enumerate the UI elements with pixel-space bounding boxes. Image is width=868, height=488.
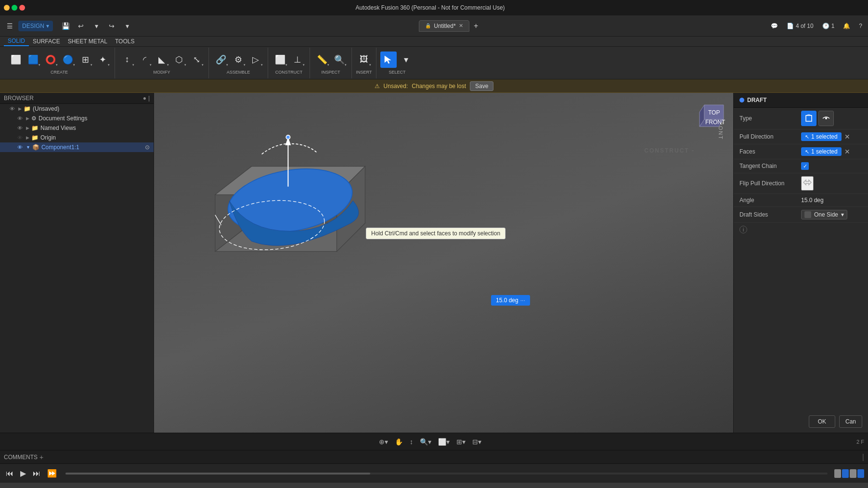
notification-button[interactable]: 🔔 [840,21,853,31]
timeline-track[interactable] [65,473,828,475]
draft-sides-chevron: ▾ [841,211,844,218]
orbit-button[interactable]: ✋ [392,437,405,447]
browser-item-doc-settings[interactable]: 👁 ▶ ⚙ Document Settings [0,114,154,123]
visibility-icon-origin[interactable]: 👁 [17,135,24,141]
section-analysis-button[interactable]: 🔍 [331,51,348,68]
expand-icon-doc: ▶ [26,116,29,121]
insert-image-button[interactable]: 🖼 [356,51,372,68]
add-comment-button[interactable]: + [39,453,43,461]
type-btn-face[interactable] [801,111,816,126]
visibility-icon-doc[interactable]: 👁 [17,116,24,121]
tab-tools[interactable]: TOOLS [111,37,138,46]
browser-item-component[interactable]: 👁 ▼ 📦 Component1:1 ⊙ [0,142,154,152]
undo-button[interactable]: ↩ [74,19,88,33]
browser-item-label-nv: Named Views [40,125,76,131]
revolve-button[interactable]: ⭕ [42,51,59,68]
display-settings-button[interactable]: ⬜▾ [436,437,452,447]
select-dropdown-button[interactable]: ▾ [398,51,414,68]
more-button[interactable]: ⊟▾ [470,437,484,447]
zoom-button[interactable]: 🔍▾ [417,437,434,447]
faces-cursor-icon: ↖ [805,149,809,155]
scale-button[interactable]: ⤡ [188,51,205,68]
extrude-button[interactable]: 🟦 [25,51,41,68]
app-menu-button[interactable]: ☰ [3,19,16,33]
help-button[interactable]: ? [856,21,865,31]
draft-sides-dropdown[interactable]: One Side ▾ [801,210,847,219]
clock-button[interactable]: 🕐 1 [819,21,838,31]
select-button[interactable] [380,51,397,68]
draft-sides-text: One Side [814,211,838,218]
toolbar-group-select: ▾ SELECT [376,48,418,78]
pull-direction-clear-button[interactable]: ✕ [843,133,851,141]
visibility-icon-nv[interactable]: 👁 [17,125,24,131]
view-cube[interactable]: TOP FRONT [690,98,728,136]
expand-icon: ▶ [18,106,22,111]
new-tab-button[interactable]: + [469,19,483,33]
window-controls[interactable] [4,5,25,11]
close-button[interactable] [19,5,25,11]
angle-more-options[interactable]: ··· [520,297,525,304]
visibility-icon[interactable]: 👁 [10,106,16,112]
browser-item-named-views[interactable]: 👁 ▶ 📁 Named Views [0,123,154,133]
fillet-button[interactable]: ◜ [136,51,153,68]
playback-fast-forward[interactable]: ⏩ [45,468,59,479]
snap-button[interactable]: ⊕▾ [376,437,390,447]
new-component-button[interactable]: ⬜ [8,51,24,68]
marker-4[interactable] [857,469,864,478]
browser-item-origin[interactable]: 👁 ▶ 📁 Origin [0,133,154,142]
faces-badge[interactable]: ↖ 1 selected [801,147,842,156]
tab-solid[interactable]: SOLID [4,37,29,46]
flip-direction-button[interactable] [801,176,814,191]
marker-2[interactable] [842,469,849,478]
pan-button[interactable]: ↕ [407,437,415,447]
playback-play[interactable]: ▶ [18,468,28,479]
redo-button[interactable]: ↪ [105,19,118,33]
construct-axis-button[interactable]: ⊥ [289,51,306,68]
feedback-button[interactable]: 💬 [768,21,781,31]
maximize-button[interactable] [12,5,17,11]
browser-item-label-doc: Document Settings [39,115,87,122]
joint-button[interactable]: 🔗 [213,51,229,68]
construct-plane-button[interactable]: ⬜ [272,51,288,68]
ok-button[interactable]: OK [809,415,835,428]
tangent-chain-checkbox[interactable]: ✓ [801,162,809,170]
browser-expand-button[interactable]: | [148,95,150,102]
page-count[interactable]: 📄 4 of 10 [784,21,816,31]
save-button[interactable]: 💾 [59,19,72,33]
grid-button[interactable]: ⊞▾ [454,437,468,447]
mirror-button[interactable]: ✦ [94,51,111,68]
unsaved-message: Unsaved: [384,83,408,90]
hole-button[interactable]: 🔵 [60,51,76,68]
angle-input-overlay[interactable]: 15.0 deg ··· [491,295,530,306]
pull-direction-cursor-icon: ↖ [805,134,809,140]
shell-button[interactable]: ⬡ [171,51,187,68]
browser-item-unsaved[interactable]: 👁 ▶ 📁 (Unsaved) [0,104,154,114]
marker-1[interactable] [834,469,841,478]
playback-to-start[interactable]: ⏮ [4,468,15,479]
pattern-button[interactable]: ⊞ [77,51,93,68]
undo-dropdown[interactable]: ▾ [90,19,103,33]
file-tab-untitled[interactable]: 🔒 Untitled* ✕ [419,20,469,32]
marker-3[interactable] [850,469,856,478]
chamfer-button[interactable]: ◣ [154,51,170,68]
minimize-button[interactable] [4,5,10,11]
pull-direction-badge[interactable]: ↖ 1 selected [801,132,842,141]
redo-dropdown[interactable]: ▾ [120,19,134,33]
visibility-icon-comp[interactable]: 👁 [17,144,24,150]
viewport[interactable]: CONSTRUCT - FRONT TOP FRONT Hold Ctrl/Cm… [154,93,733,433]
cancel-button[interactable]: Can [839,415,862,428]
tab-close-icon[interactable]: ✕ [459,23,463,29]
save-button-bar[interactable]: Save [470,81,493,91]
tab-sheet-metal[interactable]: SHEET METAL [64,37,111,46]
type-btn-edge[interactable] [818,111,834,126]
measure-button[interactable]: 📏 [314,51,330,68]
draft-type-row: Type [734,108,868,129]
as-built-joint-button[interactable]: ⚙ [230,51,246,68]
design-dropdown[interactable]: DESIGN ▾ [18,21,53,31]
playback-step-forward[interactable]: ⏭ [31,468,42,479]
motion-study-button[interactable]: ▷ [247,51,264,68]
tab-surface[interactable]: SURFACE [29,37,64,46]
browser-collapse-button[interactable]: ● [143,95,146,102]
faces-clear-button[interactable]: ✕ [843,148,851,155]
press-pull-button[interactable]: ↕ [119,51,135,68]
